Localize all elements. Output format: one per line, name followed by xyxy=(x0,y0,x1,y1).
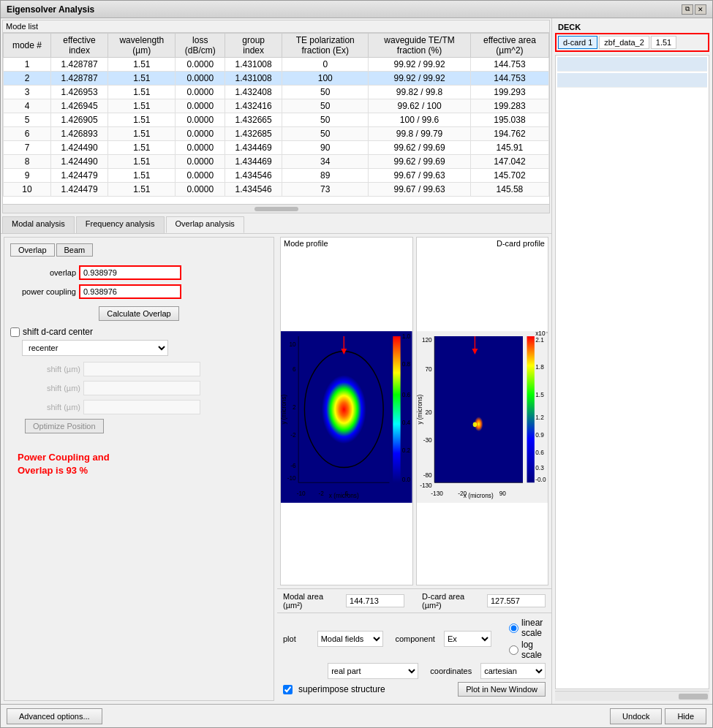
mode-area-input[interactable] xyxy=(346,594,404,607)
table-row[interactable]: 101.4244791.510.00001.4345467399.67 / 99… xyxy=(4,183,549,197)
col-mode: mode # xyxy=(4,34,51,58)
plot-select[interactable]: Modal fields xyxy=(317,631,384,647)
sub-tabs: Overlap Beam xyxy=(10,243,268,257)
log-scale-row: log scale xyxy=(509,640,546,660)
component-select[interactable]: Ex xyxy=(444,631,491,647)
tab-frequency-analysis[interactable]: Frequency analysis xyxy=(76,216,165,233)
svg-text:2.1: 2.1 xyxy=(535,337,544,344)
deck-item-1[interactable]: zbf_data_2 xyxy=(599,36,649,49)
svg-text:x10⁻⁴: x10⁻⁴ xyxy=(535,330,548,337)
deck-scroll[interactable] xyxy=(555,55,709,689)
table-row[interactable]: 41.4269451.510.00001.4324165099.62 / 100… xyxy=(4,99,549,113)
svg-text:1.8: 1.8 xyxy=(535,364,544,371)
table-row[interactable]: 51.4269051.510.00001.43266550100 / 99.61… xyxy=(4,113,549,127)
svg-text:120: 120 xyxy=(421,337,431,344)
col-te-polarization: TE polarizationfraction (Ex) xyxy=(282,34,369,58)
shift-dcard-label: shift d-card center xyxy=(23,327,93,337)
svg-rect-27 xyxy=(434,336,523,482)
svg-text:0.6: 0.6 xyxy=(402,392,411,398)
shift-input-1[interactable] xyxy=(83,362,200,376)
linear-scale-label: linear scale xyxy=(521,618,546,638)
table-row[interactable]: 31.4269531.510.00001.4324085099.82 / 99.… xyxy=(4,86,549,99)
table-row[interactable]: 81.4244901.510.00001.4344693499.62 / 99.… xyxy=(4,155,549,169)
bottom-bar: Advanced options... Undock Hide xyxy=(1,704,712,727)
tab-overlap-analysis[interactable]: Overlap analysis xyxy=(166,216,244,233)
table-row[interactable]: 71.4244901.510.00001.4344699099.62 / 99.… xyxy=(4,141,549,155)
table-container[interactable]: mode # effectiveindex wavelength(µm) los… xyxy=(3,33,549,204)
col-effective-area: effective area(µm^2) xyxy=(470,34,548,58)
shift-dcard-checkbox[interactable] xyxy=(10,327,20,337)
title-bar: Eigensolver Analysis ⧉ ✕ xyxy=(1,1,712,18)
tab-modal-analysis[interactable]: Modal analysis xyxy=(2,216,75,233)
svg-text:y (microns): y (microns) xyxy=(417,394,423,424)
shift-input-3[interactable] xyxy=(83,400,200,414)
recenter-dropdown[interactable]: recenter xyxy=(22,340,168,356)
coordinates-select[interactable]: cartesian xyxy=(480,663,546,679)
deck-item-2[interactable]: 1.51 xyxy=(651,36,676,49)
restore-button[interactable]: ⧉ xyxy=(682,4,693,15)
tabs-bar: Modal analysis Frequency analysis Overla… xyxy=(1,215,551,234)
calculate-overlap-button[interactable]: Calculate Overlap xyxy=(99,306,178,321)
log-scale-radio[interactable] xyxy=(509,645,518,655)
overlap-label: overlap xyxy=(10,268,76,277)
svg-text:1.0: 1.0 xyxy=(402,333,411,340)
plot-options: plot Modal fields component Ex xyxy=(277,613,551,704)
svg-text:10: 10 xyxy=(290,341,297,348)
mode-profile-area: 1.0 0.8 0.6 0.4 0.2 0.0 x (microns) xyxy=(281,249,412,585)
svg-text:6: 6 xyxy=(344,490,348,497)
svg-text:x (microns): x (microns) xyxy=(463,493,493,499)
optimize-position-button[interactable]: Optimize Position xyxy=(25,419,104,433)
table-row[interactable]: 91.4244791.510.00001.4345468999.67 / 99.… xyxy=(4,169,549,183)
bottom-section: Overlap Beam overlap power coupling xyxy=(1,234,551,704)
dcard-profile-title-row: D-card profile xyxy=(417,238,548,249)
plot-opt-row-1: plot Modal fields component Ex xyxy=(283,618,546,660)
linear-scale-row: linear scale xyxy=(509,618,546,638)
mode-profile-box: Mode profile xyxy=(280,237,413,585)
dcard-area-label: D-card area (µm²) xyxy=(422,592,481,610)
scroll-indicator[interactable] xyxy=(3,204,549,213)
table-row[interactable]: 11.4287871.510.00001.431008099.92 / 99.9… xyxy=(4,58,549,72)
overlap-input[interactable] xyxy=(79,265,181,280)
table-row[interactable]: 61.4268931.510.00001.4326855099.8 / 99.7… xyxy=(4,127,549,141)
power-coupling-input[interactable] xyxy=(79,284,181,299)
svg-text:90: 90 xyxy=(499,490,506,497)
component-label: component xyxy=(395,634,434,643)
plot-label: plot xyxy=(283,634,312,643)
dcard-profile-box: D-card profile xyxy=(416,237,549,585)
plot-opt-row-2: real part coordinates cartesian xyxy=(283,663,546,679)
left-panel: Mode list mode # effectiveindex waveleng… xyxy=(1,18,551,704)
shift-row-3: shift (µm) xyxy=(22,400,268,414)
svg-text:6: 6 xyxy=(293,366,296,373)
real-part-select[interactable]: real part xyxy=(328,663,418,679)
superimpose-checkbox[interactable] xyxy=(283,685,293,694)
linear-scale-radio[interactable] xyxy=(509,623,518,633)
table-row[interactable]: 21.4287871.510.00001.43100810099.92 / 99… xyxy=(4,72,549,86)
hide-button[interactable]: Hide xyxy=(665,708,706,724)
svg-text:-30: -30 xyxy=(423,437,431,444)
svg-text:-2: -2 xyxy=(319,490,325,497)
dcard-profile-title: D-card profile xyxy=(497,239,545,248)
undock-button[interactable]: Undock xyxy=(610,708,662,724)
dcard-area-input[interactable] xyxy=(487,594,546,607)
mode-area-row: Modal area (µm²) D-card area (µm²) xyxy=(277,588,551,613)
shift-input-2[interactable] xyxy=(83,381,200,395)
sub-tab-overlap[interactable]: Overlap xyxy=(10,243,55,257)
svg-text:2: 2 xyxy=(293,404,296,411)
plot-new-window-button[interactable]: Plot in New Window xyxy=(458,682,546,697)
advanced-options-button[interactable]: Advanced options... xyxy=(7,708,102,724)
deck-item-0[interactable]: d-card 1 xyxy=(558,36,597,49)
mode-area-label: Modal area (µm²) xyxy=(283,592,340,610)
col-te-tm: waveguide TE/TMfraction (%) xyxy=(369,34,471,58)
shift-label-3: shift (µm) xyxy=(22,403,80,412)
close-button[interactable]: ✕ xyxy=(695,4,706,15)
svg-text:1.5: 1.5 xyxy=(535,392,544,398)
shift-label-2: shift (µm) xyxy=(22,384,80,393)
deck-hscroll[interactable] xyxy=(555,691,709,701)
dcard-profile-area: x10⁻⁴ 2.1 1.8 1.5 1.2 0.9 0.6 0.3 -0.0 xyxy=(417,249,548,585)
sub-tab-beam[interactable]: Beam xyxy=(56,243,94,257)
overlap-row: overlap xyxy=(10,265,268,280)
table-section: Mode list mode # effectiveindex waveleng… xyxy=(2,20,550,213)
dcard-profile-svg: x10⁻⁴ 2.1 1.8 1.5 1.2 0.9 0.6 0.3 -0.0 xyxy=(417,249,548,585)
svg-text:-6: -6 xyxy=(290,463,296,469)
svg-text:-80: -80 xyxy=(423,472,431,479)
